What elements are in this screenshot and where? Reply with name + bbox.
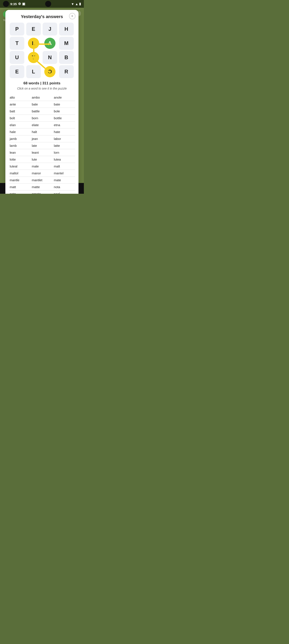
list-item[interactable]: etna [53, 122, 75, 128]
list-item[interactable]: lute [31, 156, 53, 163]
list-item[interactable]: hate [53, 128, 75, 136]
letter-grid: P E J H T L A M U T N B E L O R [10, 22, 74, 78]
center-circle [45, 1, 51, 7]
time-display: 9:35 [10, 2, 17, 6]
modal-title: Yesterday's answers [9, 14, 75, 19]
hint-text: Click on a word to see it in the puzzle [9, 87, 75, 90]
list-item[interactable]: mantle [9, 177, 31, 184]
list-item[interactable]: born [31, 115, 53, 122]
list-item[interactable]: bolt [9, 115, 31, 122]
battery-icon: ▮ [79, 2, 81, 6]
list-item[interactable]: elan [9, 122, 31, 128]
wifi-icon: ▼ [71, 2, 74, 6]
list-item[interactable]: lorn [53, 149, 75, 156]
cell-H[interactable]: H [59, 22, 74, 36]
list-item[interactable]: lotte [9, 156, 31, 163]
answers-modal: × Yesterday's answers P E J H T L A M U … [5, 10, 78, 194]
signal-icon: ▲ [75, 2, 78, 6]
stats-display: 68 words | 311 points [9, 81, 75, 86]
list-item[interactable]: ornate [31, 190, 53, 194]
circle-avatar [3, 1, 9, 7]
list-item[interactable]: mate [53, 177, 75, 184]
screenshot-icon: ▣ [22, 2, 25, 6]
list-item[interactable]: male [31, 163, 53, 170]
list-item[interactable]: alto [9, 94, 31, 101]
cell-U[interactable]: U [10, 51, 24, 64]
cell-O[interactable]: O [44, 66, 55, 77]
list-item[interactable]: lutea [53, 156, 75, 163]
list-item[interactable]: leant [31, 149, 53, 156]
cell-E[interactable]: E [26, 22, 41, 36]
list-item[interactable]: late [31, 142, 53, 149]
settings-icon: ⚙ [18, 2, 21, 6]
list-item[interactable]: ambo [31, 94, 53, 101]
cell-T2[interactable]: T [28, 52, 39, 63]
list-item[interactable]: manor [31, 170, 53, 177]
list-item[interactable]: luteal [9, 163, 31, 170]
cell-E2[interactable]: E [10, 65, 24, 78]
cell-N[interactable]: N [42, 51, 57, 64]
cell-A[interactable]: A [44, 38, 55, 49]
list-item[interactable]: elate [31, 122, 53, 128]
cell-M[interactable]: M [59, 37, 74, 50]
cell-L1[interactable]: L [28, 38, 39, 49]
close-icon: × [71, 14, 73, 18]
list-item[interactable]: hale [9, 128, 31, 136]
list-item[interactable]: jamb [9, 136, 31, 142]
list-item[interactable]: bate [53, 101, 75, 108]
list-item[interactable]: lean [9, 149, 31, 156]
list-item[interactable]: matt [9, 184, 31, 190]
list-item[interactable]: labor [53, 136, 75, 142]
list-item[interactable]: bale [31, 101, 53, 108]
list-item[interactable]: ante [9, 101, 31, 108]
list-item[interactable]: bole [53, 108, 75, 115]
list-item[interactable]: latte [53, 142, 75, 149]
list-item[interactable]: nota [53, 184, 75, 190]
cell-B[interactable]: B [59, 51, 74, 64]
list-item[interactable]: matte [31, 184, 53, 190]
cell-P[interactable]: P [10, 22, 24, 36]
list-item[interactable]: halt [31, 128, 53, 136]
cell-L2[interactable]: L [26, 65, 41, 78]
list-item[interactable]: mantlet [31, 177, 53, 184]
list-item[interactable]: lamb [9, 142, 31, 149]
list-item[interactable]: batt [9, 108, 31, 115]
list-item[interactable]: malt [53, 163, 75, 170]
status-bar: 9:35 ⚙ ▣ ▼ ▲ ▮ [0, 0, 84, 8]
list-item[interactable]: jean [31, 136, 53, 142]
close-button[interactable]: × [69, 13, 75, 19]
list-item[interactable]: anole [53, 94, 75, 101]
list-item[interactable]: bottle [53, 115, 75, 122]
cell-R[interactable]: R [59, 65, 74, 78]
words-list: altoamboanoleantebalebatebattbattleboleb… [9, 94, 75, 194]
list-item[interactable]: battle [31, 108, 53, 115]
cell-J[interactable]: J [42, 22, 57, 36]
list-item[interactable]: mantel [53, 170, 75, 177]
cell-T1[interactable]: T [10, 37, 24, 50]
list-item[interactable]: note [9, 190, 31, 194]
list-item[interactable]: peal [53, 190, 75, 194]
list-item[interactable]: maltol [9, 170, 31, 177]
